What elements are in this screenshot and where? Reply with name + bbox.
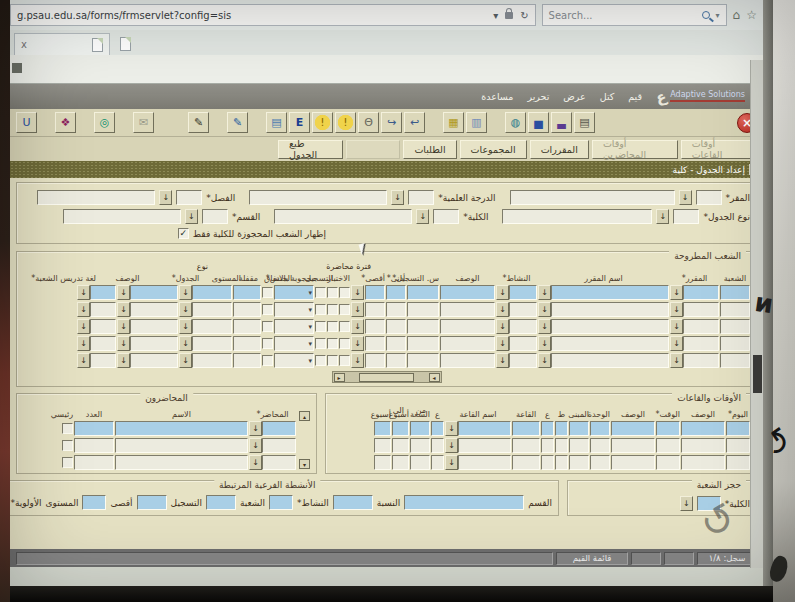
course-name-lov-button[interactable]: ↓ [538,285,551,300]
schedule-field[interactable] [192,285,232,300]
browser-vertical-scrollbar[interactable] [750,60,763,568]
room-field[interactable] [512,421,540,436]
lecturer-name-field[interactable] [115,438,248,453]
activity-field[interactable] [509,353,537,368]
floor-field[interactable] [555,455,568,470]
level-field[interactable] [233,336,261,351]
lecturer-row[interactable]: ↓ [23,455,296,470]
college-code-field[interactable] [433,209,459,224]
desc2-field[interactable] [130,285,178,300]
wing-field[interactable] [541,455,554,470]
lecturer-field[interactable] [262,455,296,470]
exam-checkbox[interactable] [339,287,350,298]
desc2-lov-button[interactable]: ↓ [117,285,130,300]
lecturer-lov-button[interactable]: ↓ [249,455,262,470]
section-row[interactable]: ↓ ↓ ↓ ↓ ↓ [23,302,750,317]
time-room-row[interactable]: ↓ [332,421,750,436]
tab-groups[interactable]: المجموعات [460,140,527,159]
dept-desc-field[interactable] [63,209,181,224]
reserve-ratio-field[interactable] [333,495,373,510]
sub-max-field[interactable] [82,495,106,510]
section-field[interactable] [720,302,750,317]
blocked-checkbox[interactable] [315,355,326,366]
time-desc-field[interactable] [611,455,655,470]
course-lov-button[interactable]: ↓ [670,336,683,351]
lecturer-lov-button[interactable]: ↓ [249,438,262,453]
course-name-lov-button[interactable]: ↓ [538,336,551,351]
unit-field[interactable] [590,455,610,470]
desc-field[interactable] [440,302,495,317]
menu-item-view[interactable]: عرض [563,91,585,102]
day-desc-field[interactable] [681,421,725,436]
next-block-icon[interactable]: ↩ [404,112,425,133]
search-input[interactable]: Search... ▾ [542,4,727,26]
locked-checkbox[interactable] [262,355,273,366]
section-field[interactable] [720,353,750,368]
course-lov-button[interactable]: ↓ [670,319,683,334]
room-field[interactable] [512,455,540,470]
section-row[interactable]: ↓ ↓ ↓ ↓ ↓ [23,336,750,351]
desc2-lov-button[interactable]: ↓ [117,319,130,334]
schedule-lov-button[interactable]: ↓ [179,336,192,351]
course-lov-button[interactable]: ↓ [670,302,683,317]
dept-lov-button[interactable]: ↓ [185,209,198,224]
exam-checkbox[interactable] [339,355,350,366]
course-field[interactable] [683,336,719,351]
room-field[interactable] [512,438,540,453]
primary-checkbox[interactable] [62,423,73,434]
room-lov-button[interactable]: ↓ [445,421,458,436]
language-lov-button[interactable]: ↓ [77,285,90,300]
semester-lov-button[interactable]: ↓ [159,190,172,205]
url-field[interactable]: g.psau.edu.sa/forms/frmservlet?config=si… [10,4,536,26]
semester-code-field[interactable] [176,190,202,205]
prev-block-icon[interactable]: ↪ [381,112,402,133]
course-name-field[interactable] [551,336,669,351]
desc2-field[interactable] [130,336,178,351]
blocked-checkbox[interactable] [315,338,326,349]
blocked-checkbox[interactable] [315,304,326,315]
language-lov-button[interactable]: ↓ [77,319,90,334]
gender-combo[interactable] [274,319,314,334]
schedule-field[interactable] [192,336,232,351]
editor-icon[interactable]: ✎ [227,112,248,133]
language-field[interactable] [90,285,116,300]
menu-item-edit[interactable]: تحرير [527,91,549,102]
time-field[interactable] [656,455,680,470]
execute-query-icon[interactable]: E [289,112,310,133]
section-row[interactable]: ↓ ↓ ↓ ↓ ↓ [23,319,750,334]
section-row[interactable]: ↓ ↓ ↓ ↓ ↓ [23,285,750,300]
gender-combo[interactable] [274,336,314,351]
period-lov-button[interactable]: ↓ [351,285,364,300]
unit-field[interactable] [590,421,610,436]
lov-icon[interactable]: ◍ [505,112,526,133]
time-desc-field[interactable] [611,438,655,453]
room-name-field[interactable] [458,438,511,453]
period-lov-button[interactable]: ↓ [351,319,364,334]
desc2-lov-button[interactable]: ↓ [117,353,130,368]
dept-code-field[interactable] [202,209,228,224]
scroll-right-icon[interactable]: ▸ [334,373,345,382]
semester-desc-field[interactable] [37,190,155,205]
reg-hours-field[interactable] [407,319,439,334]
course-name-field[interactable] [551,302,669,317]
schedule-field[interactable] [192,353,232,368]
building-field[interactable] [569,438,589,453]
max-field[interactable] [365,353,385,368]
level-field[interactable] [233,302,261,317]
activity-lov-button[interactable]: ↓ [496,319,509,334]
time-field[interactable] [656,421,680,436]
activity-lov-button[interactable]: ↓ [496,302,509,317]
chart2-icon[interactable]: ▃ [551,112,572,133]
primary-checkbox[interactable] [62,457,73,468]
language-field[interactable] [90,302,116,317]
min-field[interactable] [386,302,406,317]
clock-icon[interactable]: Θ [358,112,379,133]
course-lov-button[interactable]: ↓ [670,285,683,300]
activity-field[interactable] [509,302,537,317]
print-schedule-button[interactable]: طبع الجدول [278,140,343,159]
chart1-icon[interactable]: ▅ [528,112,549,133]
browser-tab[interactable]: x [14,33,110,55]
activity-field[interactable] [509,336,537,351]
activity-field[interactable] [509,285,537,300]
url-dropdown-caret-icon[interactable]: ▾ [493,10,498,21]
